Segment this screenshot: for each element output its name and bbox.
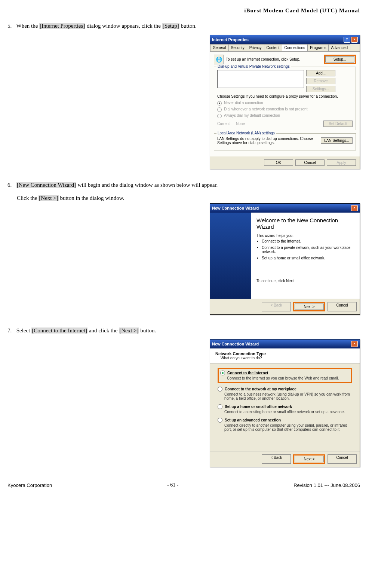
ok-button[interactable]: OK [264,159,293,166]
wizard-heading: Welcome to the New Connection Wizard [256,217,354,230]
option-home-office-label: Set up a home or small office network [225,405,292,409]
option-advanced-label: Set up an advanced connection [225,418,281,422]
radio-icon [217,107,222,112]
back-button[interactable]: < Back [262,454,291,464]
footer-left: Kyocera Corporation [7,482,52,488]
step-5-highlight-1: [Internet Properties] [39,23,85,29]
radio-icon[interactable] [218,418,222,423]
radio-icon[interactable] [218,387,222,392]
wizard-continue-text: To continue, click Next [256,279,354,283]
footer-right: Revision 1.01 --- June.08.2006 [293,482,360,488]
page-footer: Kyocera Corporation - 61 - Revision 1.01… [7,482,360,488]
tabs: General Security Privacy Content Connect… [210,44,360,52]
tab-advanced[interactable]: Advanced [328,44,350,51]
option-advanced-desc: Connect directly to another computer usi… [224,423,352,432]
dialog-title: New Connection Wizard [212,342,259,346]
current-value: None [236,122,245,126]
step-7-highlight-1: [Connect to the Internet] [31,327,87,333]
back-button: < Back [262,302,291,311]
help-icon[interactable]: ? [344,37,350,43]
lan-legend: Local Area Network (LAN) settings [216,131,276,135]
close-icon[interactable]: × [351,341,358,347]
radio-dial-whenever: Dial whenever a network connection is no… [217,107,353,112]
next-button[interactable]: Next > [295,456,324,462]
wizard-helps-label: This wizard helps you: [256,234,354,238]
option-home-office[interactable]: Set up a home or small office network Co… [218,404,352,414]
radio-never-dial-label: Never dial a connection [224,101,263,105]
option-connect-internet-desc: Connect to the Internet so you can brows… [227,376,350,380]
radio-never-dial: Never dial a connection [217,101,353,106]
cancel-button[interactable]: Cancel [295,159,325,166]
radio-icon [217,101,222,106]
step-7-mid: and click the [87,327,119,333]
tab-privacy[interactable]: Privacy [247,44,264,51]
close-icon[interactable]: × [351,37,358,43]
setup-button[interactable]: Setup... [325,56,354,63]
dialog-title: New Connection Wizard [212,206,259,210]
connections-listbox[interactable] [217,70,304,88]
option-workplace[interactable]: Connect to the network at my workplace C… [218,387,352,400]
step-7-post: button. [139,327,156,333]
lan-text: LAN Settings do not apply to dial-up con… [217,137,319,145]
close-icon[interactable]: × [351,205,358,211]
dialog-titlebar: New Connection Wizard × [210,204,360,213]
radio-always-dial-label: Always dial my default connection [224,113,280,118]
apply-button: Apply [327,159,356,166]
option-workplace-label: Connect to the network at my workplace [225,387,296,391]
dialog-titlebar: Internet Properties ? × [210,35,360,44]
footer-page-number: - 61 - [167,482,178,488]
globe-icon: 🌐 [214,55,224,64]
step-5-num: 5. [7,21,15,31]
internet-properties-dialog: Internet Properties ? × General Security… [210,35,360,169]
set-default-button: Set Default [323,121,353,127]
wizard-bullet-2: Connect to a private network, such as yo… [262,246,354,254]
radio-always-dial: Always dial my default connection [217,113,353,118]
step-5: 5. When the [Internet Properties] dialog… [7,21,360,31]
dialup-legend: Dial-up and Virtual Private Network sett… [216,64,291,68]
step-6-num: 6. [7,180,15,190]
radio-dial-whenever-label: Dial whenever a network connection is no… [224,107,307,111]
cancel-button[interactable]: Cancel [328,454,357,464]
option-advanced[interactable]: Set up an advanced connection Connect di… [218,418,352,432]
wizard-header-sub: What do you want to do? [221,356,354,360]
option-connect-internet-label: Connect to the Internet [227,371,268,375]
step-6: 6. [New Connection Wizard] will begin an… [7,180,360,190]
setup-text: To set up an Internet connection, click … [226,57,322,61]
step-7-pre: Select [16,327,31,333]
step-6-line2: Click the [Next >] button in the dialog … [17,194,360,203]
tab-connections[interactable]: Connections [282,44,308,51]
step-5-text-post: button. [179,23,197,29]
next-button[interactable]: Next > [295,304,324,310]
add-button[interactable]: Add... [306,70,335,76]
radio-icon [217,114,222,118]
settings-button: Settings... [306,86,335,92]
tab-security[interactable]: Security [228,44,247,51]
radio-icon[interactable] [218,404,222,409]
radio-icon[interactable] [220,371,225,375]
tab-programs[interactable]: Programs [307,44,329,51]
lan-settings-button[interactable]: LAN Settings... [321,137,353,144]
option-connect-internet[interactable]: Connect to the Internet Connect to the I… [218,368,352,383]
option-workplace-desc: Connect to a business network (using dia… [224,392,352,400]
step-5-highlight-2: [Setup] [162,23,179,29]
tab-content[interactable]: Content [264,44,282,51]
step-5-text-pre: When the [16,23,39,29]
step-6-line2b: button in the dialog window. [59,195,125,201]
wizard-header-title: Network Connection Type [215,351,354,356]
dialup-fieldset: Dial-up and Virtual Private Network sett… [214,67,356,130]
wizard-side-graphic [210,213,251,299]
wizard-bullet-1: Connect to the Internet. [262,239,354,243]
current-label: Current [217,122,230,126]
cancel-button[interactable]: Cancel [328,302,357,311]
wizard-bullet-3: Set up a home or small office network. [262,256,354,260]
dialog-titlebar: New Connection Wizard × [210,339,360,348]
step-7-num: 7. [7,326,15,336]
wizard-header: Network Connection Type What do you want… [210,348,360,363]
step-6-line2a: Click the [17,195,39,201]
step-7: 7. Select [Connect to the Internet] and … [7,326,360,336]
option-home-office-desc: Connect to an existing home or small off… [224,410,352,414]
tab-general[interactable]: General [210,44,229,51]
page-header-title: iBurst Modem Card Model (UTC) Manual [7,7,360,14]
new-connection-wizard-type: New Connection Wizard × Network Connecti… [210,339,360,467]
step-6-highlight-2: [Next >] [39,195,58,201]
